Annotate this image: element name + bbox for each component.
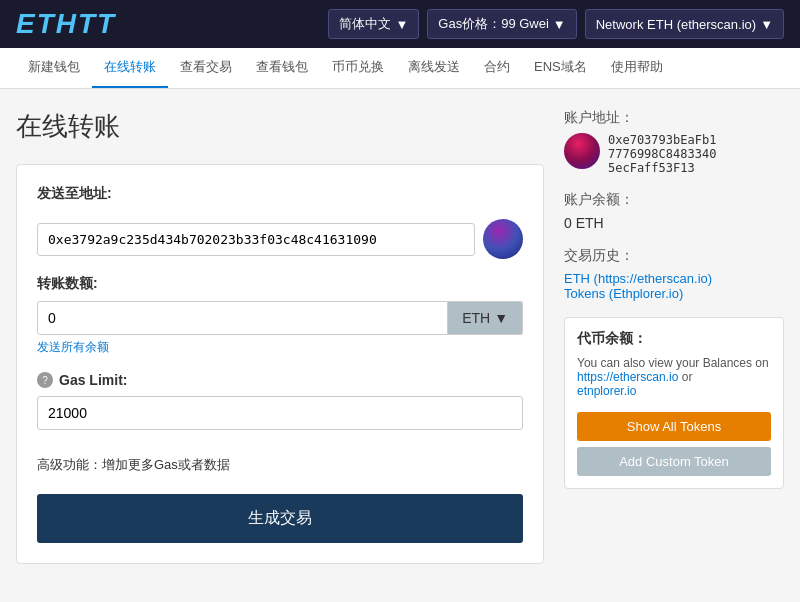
- amount-input[interactable]: [37, 301, 448, 335]
- token-balance-title: 代币余额：: [577, 330, 771, 348]
- network-label: Network ETH (etherscan.io): [596, 17, 756, 32]
- gas-label: Gas Limit:: [59, 372, 127, 388]
- nav-item-view-wallet[interactable]: 查看钱包: [244, 48, 320, 88]
- token-desc-text1: You can also view your Balances on: [577, 356, 769, 370]
- token-select-button[interactable]: ETH ▼: [448, 301, 523, 335]
- nav-item-ens[interactable]: ENS域名: [522, 48, 599, 88]
- nav-item-swap[interactable]: 币币兑换: [320, 48, 396, 88]
- token-desc-text2: or: [682, 370, 693, 384]
- nav-item-view-tx[interactable]: 查看交易: [168, 48, 244, 88]
- lang-selector[interactable]: 简体中文 ▼: [328, 9, 419, 39]
- ethplorer-token-link[interactable]: etnplorer.io: [577, 384, 636, 398]
- gas-label: Gas价格：99 Gwei: [438, 15, 549, 33]
- chevron-down-icon: ▼: [760, 17, 773, 32]
- tx-history-section: 交易历史： ETH (https://etherscan.io) Tokens …: [564, 247, 784, 301]
- gas-label-row: ? Gas Limit:: [37, 372, 523, 388]
- advanced-link-text: 增加更多Gas或者数据: [102, 457, 230, 472]
- address-input[interactable]: [37, 223, 475, 256]
- chevron-down-icon: ▼: [553, 17, 566, 32]
- nav-item-online-transfer[interactable]: 在线转账: [92, 48, 168, 88]
- logo: ETHTT: [16, 8, 116, 40]
- token-balance-card: 代币余额： You can also view your Balances on…: [564, 317, 784, 489]
- account-address-section: 账户地址： 0xe703793bEaFb17776998C84833405ecF…: [564, 109, 784, 175]
- amount-group: 转账数额: ETH ▼ 发送所有余额: [37, 275, 523, 356]
- nav-item-new-wallet[interactable]: 新建钱包: [16, 48, 92, 88]
- send-all-link[interactable]: 发送所有余额: [37, 339, 109, 356]
- add-custom-token-button[interactable]: Add Custom Token: [577, 447, 771, 476]
- advanced-prefix: 高级功能：: [37, 457, 102, 472]
- nav-item-help[interactable]: 使用帮助: [599, 48, 675, 88]
- etherscan-history-link[interactable]: ETH (https://etherscan.io): [564, 271, 784, 286]
- amount-row: ETH ▼: [37, 301, 523, 335]
- show-all-tokens-button[interactable]: Show All Tokens: [577, 412, 771, 441]
- address-avatar: [483, 219, 523, 259]
- ethplorer-history-link[interactable]: Tokens (Ethplorer.io): [564, 286, 784, 301]
- address-input-wrapper: [37, 219, 523, 259]
- address-group: 发送至地址:: [37, 185, 523, 259]
- lang-label: 简体中文: [339, 15, 391, 33]
- header: ETHTT 简体中文 ▼ Gas价格：99 Gwei ▼ Network ETH…: [0, 0, 800, 48]
- advanced-link[interactable]: 高级功能：增加更多Gas或者数据: [37, 456, 230, 474]
- etherscan-token-link[interactable]: https://etherscan.io: [577, 370, 678, 384]
- header-controls: 简体中文 ▼ Gas价格：99 Gwei ▼ Network ETH (ethe…: [328, 9, 784, 39]
- main-content: 在线转账 发送至地址: 转账数额: ETH: [0, 89, 800, 584]
- account-address-row: 0xe703793bEaFb17776998C84833405ecFaff53F…: [564, 133, 784, 175]
- generate-tx-button[interactable]: 生成交易: [37, 494, 523, 543]
- right-panel: 账户地址： 0xe703793bEaFb17776998C84833405ecF…: [564, 109, 784, 564]
- tx-history-label: 交易历史：: [564, 247, 784, 265]
- account-avatar: [564, 133, 600, 169]
- account-balance-section: 账户余额： 0 ETH: [564, 191, 784, 231]
- amount-label: 转账数额:: [37, 275, 523, 293]
- nav-item-contract[interactable]: 合约: [472, 48, 522, 88]
- transfer-form: 发送至地址: 转账数额: ETH ▼ 发送所有余额: [16, 164, 544, 564]
- account-balance-value: 0 ETH: [564, 215, 784, 231]
- gas-group: ? Gas Limit:: [37, 372, 523, 430]
- address-label-row: 发送至地址:: [37, 185, 523, 211]
- page-title: 在线转账: [16, 109, 544, 144]
- help-icon[interactable]: ?: [37, 372, 53, 388]
- chevron-down-icon: ▼: [494, 310, 508, 326]
- account-balance-label: 账户余额：: [564, 191, 784, 209]
- chevron-down-icon: ▼: [395, 17, 408, 32]
- left-panel: 在线转账 发送至地址: 转账数额: ETH: [16, 109, 564, 564]
- address-label: 发送至地址:: [37, 185, 112, 203]
- account-address-text: 0xe703793bEaFb17776998C84833405ecFaff53F…: [608, 133, 716, 175]
- gas-input[interactable]: [37, 396, 523, 430]
- token-balance-desc: You can also view your Balances on https…: [577, 356, 771, 398]
- account-address-label: 账户地址：: [564, 109, 784, 127]
- network-selector[interactable]: Network ETH (etherscan.io) ▼: [585, 9, 784, 39]
- advanced-section: 高级功能：增加更多Gas或者数据: [37, 446, 523, 474]
- nav-item-offline[interactable]: 离线发送: [396, 48, 472, 88]
- token-label: ETH: [462, 310, 490, 326]
- nav: 新建钱包 在线转账 查看交易 查看钱包 币币兑换 离线发送 合约 ENS域名 使…: [0, 48, 800, 89]
- gas-selector[interactable]: Gas价格：99 Gwei ▼: [427, 9, 576, 39]
